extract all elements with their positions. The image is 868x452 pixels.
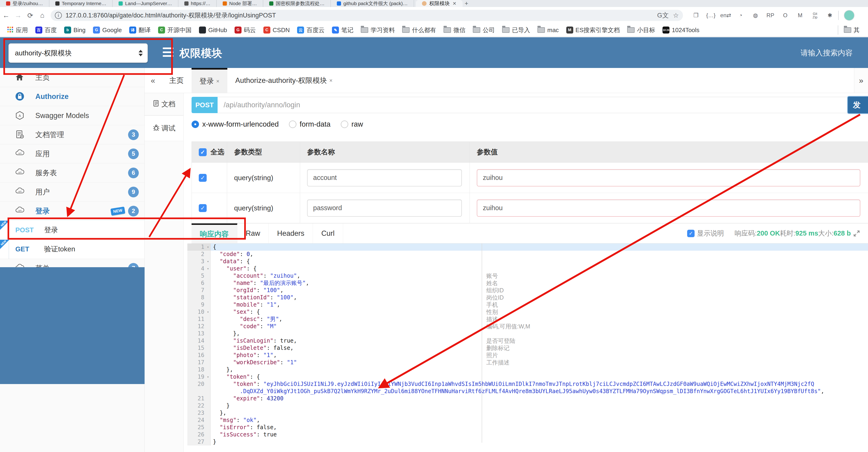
browser-tab[interactable]: Node 部署… (217, 0, 263, 7)
browser-tab[interactable]: https://… (178, 0, 217, 7)
reload-icon[interactable]: ⟳ (24, 9, 36, 21)
browser-tab[interactable]: github pack文件很大 (pack)… (331, 0, 414, 7)
response-tab-Curl[interactable]: Curl (313, 223, 343, 243)
response-tab-Raw[interactable]: Raw (237, 223, 269, 243)
fold-caret-icon[interactable]: ▾ (207, 308, 209, 316)
bookmark-item[interactable]: 应用 (3, 26, 32, 34)
home-icon[interactable]: ⌂ (36, 9, 48, 21)
nav-调试[interactable]: 调试 (145, 115, 183, 141)
show-desc-checkbox[interactable]: ✓ (687, 230, 694, 237)
new-tab-button[interactable]: + (463, 0, 470, 7)
param-checkbox[interactable]: ✓ (199, 204, 207, 212)
url-bar[interactable]: i 127.0.0.1:8760/api/gate/doc.html#/auth… (51, 10, 683, 21)
body-type-radio-raw[interactable]: raw (341, 120, 363, 129)
sidebar-item-5[interactable]: API服务表6 (0, 163, 144, 182)
browser-tab[interactable]: Land—JumpServer… (113, 0, 178, 7)
module-select-dropdown[interactable]: authority-权限模块 (8, 43, 148, 63)
site-info-icon[interactable]: i (55, 12, 62, 19)
fold-caret-icon[interactable]: ▾ (207, 373, 209, 380)
extension-icon[interactable]: ✱ (824, 10, 836, 21)
tab-close-icon[interactable]: × (216, 78, 219, 84)
bookmark-item[interactable]: 已导入 (498, 26, 534, 34)
sidebar-item-7[interactable]: API登录NEW2 (0, 202, 144, 221)
code-line: 1▾{ (187, 244, 868, 251)
extension-icon[interactable]: ◔ (734, 10, 747, 21)
sidebar-item-4[interactable]: API应用5 (0, 144, 144, 163)
bookmark-item[interactable]: 什么都有 (398, 26, 440, 34)
response-body-editor[interactable]: 1▾{2 "code": 0,3▾ "data": {4▾ "user": {5… (187, 244, 868, 452)
sidebar-api-item-验证token[interactable]: NEWGET验证token (0, 240, 144, 259)
bookmark-item[interactable]: GitHub (195, 27, 231, 34)
doc-tab-主页[interactable]: 主页 (161, 68, 191, 93)
bookmark-item[interactable]: 微信 (440, 26, 469, 34)
param-name-input[interactable] (307, 169, 462, 187)
bookmark-item[interactable]: ✎笔记 (328, 26, 357, 34)
bookmark-item[interactable]: MES搜索引擎文档 (563, 26, 624, 34)
bookmark-item[interactable]: 译翻译 (126, 26, 154, 34)
bookmark-item[interactable]: 云百度云 (293, 26, 328, 34)
sidebar-item-6[interactable]: API用户9 (0, 182, 144, 202)
tabs-scroll-left-icon[interactable]: « (145, 68, 161, 93)
back-icon[interactable]: ← (0, 9, 12, 21)
extension-icon[interactable]: ◍ (749, 10, 762, 21)
profile-avatar[interactable] (844, 10, 855, 21)
body-type-radio-form-data[interactable]: form-data (289, 120, 331, 129)
send-button[interactable]: 发 (847, 96, 868, 114)
bookmark-item[interactable]: 公司 (469, 26, 498, 34)
sidebar-item-2[interactable]: ASwagger Models (0, 106, 144, 125)
token: : (257, 352, 264, 359)
bookmark-item[interactable]: 百百度 (32, 26, 60, 34)
forward-icon[interactable]: → (12, 9, 24, 21)
translate-icon[interactable]: G文 (657, 11, 669, 20)
other-bookmarks-folder[interactable]: 其 (840, 26, 863, 34)
response-tab-Headers[interactable]: Headers (269, 223, 313, 243)
select-all-checkbox[interactable]: ✓ (199, 148, 207, 156)
bookmark-item[interactable]: 10 241024Tools (659, 27, 703, 34)
bookmark-item[interactable]: G码云 (231, 26, 260, 34)
bookmark-star-icon[interactable]: ☆ (673, 12, 679, 19)
fold-caret-icon[interactable]: ▾ (207, 258, 209, 265)
extension-icon[interactable]: M (794, 10, 807, 21)
doc-tab-Authorize-authority-权限模块[interactable]: Authorize-authority-权限模块× (227, 68, 341, 93)
browser-tab[interactable]: 登录/zuihou… (0, 0, 49, 7)
extension-icon[interactable]: ❐ (689, 10, 703, 21)
param-checkbox[interactable]: ✓ (199, 174, 207, 182)
menu-hamburger-icon[interactable] (163, 48, 174, 57)
fold-caret-icon[interactable]: ▾ (207, 265, 209, 272)
tabs-scroll-right-icon[interactable]: » (854, 68, 868, 93)
browser-tab[interactable]: 国密权限参数流程处… (263, 0, 331, 7)
param-value-input[interactable] (477, 199, 860, 217)
body-type-radio-x-www-form-urlencoded[interactable]: x-www-form-urlencoded (191, 120, 279, 129)
extension-icon[interactable]: {…} (704, 10, 717, 21)
sidebar-item-3[interactable]: 文档管理3 (0, 125, 144, 144)
search-input[interactable]: 请输入搜索内容 (801, 48, 852, 58)
bookmark-item[interactable]: C开源中国 (154, 26, 195, 34)
sidebar-item-0[interactable]: 主页 (0, 68, 144, 87)
request-path-input[interactable]: /api/authority/anno/login (218, 97, 868, 113)
expand-icon[interactable] (853, 230, 860, 237)
extension-icon[interactable]: en⇄ (719, 10, 732, 21)
response-tab-响应内容[interactable]: 响应内容 (191, 223, 237, 243)
sidebar-api-item-登录[interactable]: NEWPOST登录 (0, 221, 144, 240)
extension-icon[interactable]: Git Zip (808, 10, 822, 21)
tab-close-icon[interactable]: × (330, 77, 333, 84)
extension-icon[interactable]: RP (764, 10, 777, 21)
bookmark-item[interactable]: GGoogle (89, 27, 126, 34)
param-value-input[interactable] (477, 169, 860, 187)
browser-tab[interactable]: Temporary Interne… (49, 0, 113, 7)
tab-close-icon[interactable]: ✕ (453, 1, 457, 6)
bookmark-item[interactable]: bBing (60, 27, 89, 34)
bookmark-item[interactable]: 学习资料 (357, 26, 398, 34)
url-text[interactable]: 127.0.0.1:8760/api/gate/doc.html#/author… (66, 11, 653, 20)
fold-caret-icon[interactable]: ▾ (207, 244, 209, 251)
browser-tab-active[interactable]: 权限模块✕ (416, 0, 463, 7)
token: } (213, 439, 216, 445)
bookmark-item[interactable]: mac (534, 27, 562, 34)
param-name-input[interactable] (307, 199, 462, 217)
doc-tab-登录[interactable]: 登录× (191, 68, 227, 93)
nav-文档[interactable]: 文档 (145, 93, 183, 115)
sidebar-item-1[interactable]: Authorize (0, 87, 144, 106)
extension-icon[interactable]: O (779, 10, 792, 21)
bookmark-item[interactable]: 小目标 (623, 26, 659, 34)
bookmark-item[interactable]: CCSDN (260, 27, 293, 34)
